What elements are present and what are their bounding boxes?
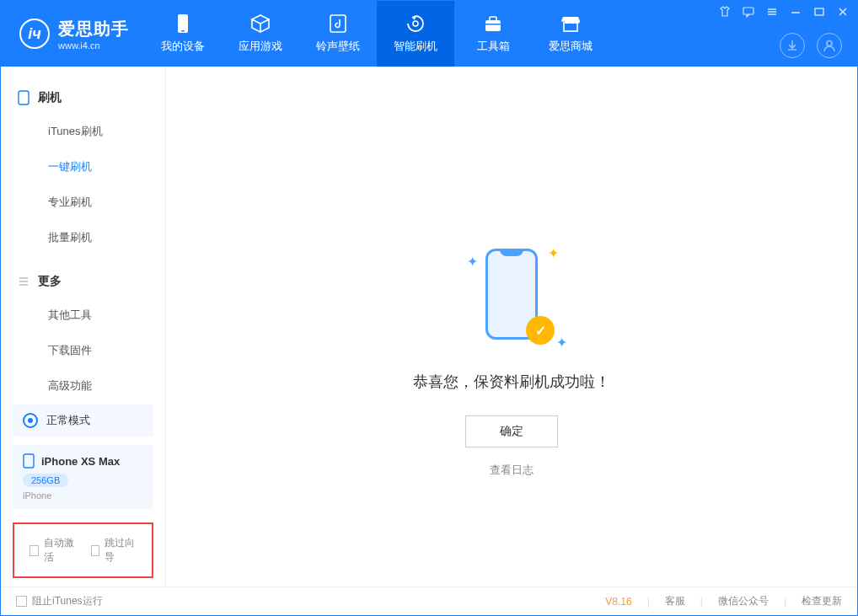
footer-link-wechat[interactable]: 微信公众号: [718, 594, 769, 608]
prevent-itunes-checkbox[interactable]: 阻止iTunes运行: [16, 594, 103, 608]
body: 刷机 iTunes刷机 一键刷机 专业刷机 批量刷机 更多 其他工具 下载固件 …: [1, 67, 857, 587]
sidebar-section-more: 更多: [1, 265, 165, 297]
list-icon: [18, 276, 29, 287]
app-name-block: 爱思助手 www.i4.cn: [58, 18, 129, 51]
mode-indicator-icon: [23, 413, 38, 428]
checkbox-label: 跳过向导: [105, 536, 137, 565]
device-type: iPhone: [23, 490, 143, 501]
app-name: 爱思助手: [58, 18, 129, 40]
nav-tab-toolbox[interactable]: 工具箱: [454, 1, 532, 67]
device-storage-badge: 256GB: [23, 474, 68, 487]
sidebar-section-title: 更多: [38, 274, 62, 289]
nav-tab-label: 应用游戏: [239, 39, 282, 54]
nav-tab-store[interactable]: 爱思商城: [532, 1, 609, 67]
sidebar-item-one-click-flash[interactable]: 一键刷机: [1, 149, 165, 185]
svg-rect-12: [24, 454, 34, 468]
close-icon[interactable]: [837, 6, 849, 18]
app-window: iч 爱思助手 www.i4.cn 我的设备 应用游戏 铃声壁纸 智能刷机: [0, 0, 858, 616]
profile-button[interactable]: [817, 33, 842, 58]
svg-point-8: [827, 41, 832, 46]
nav-tab-label: 我的设备: [161, 39, 205, 54]
download-button[interactable]: [780, 33, 805, 58]
svg-rect-10: [815, 8, 823, 15]
sparkle-icon: ✦: [548, 245, 553, 250]
sidebar-item-itunes-flash[interactable]: iTunes刷机: [1, 114, 165, 149]
sparkle-icon: ✦: [556, 335, 561, 340]
nav-tab-apps[interactable]: 应用游戏: [222, 1, 299, 67]
device-name: iPhone XS Max: [41, 455, 120, 468]
mode-label: 正常模式: [46, 413, 90, 428]
highlighted-checkbox-row: 自动激活 跳过向导: [13, 522, 153, 578]
view-log-link[interactable]: 查看日志: [490, 463, 534, 478]
cube-icon: [250, 13, 271, 34]
svg-rect-9: [743, 8, 753, 14]
app-logo-icon: iч: [19, 19, 50, 49]
toolbox-icon: [483, 13, 503, 34]
main-content: ✦ ✦ ✦ ✓ 恭喜您，保资料刷机成功啦！ 确定 查看日志: [166, 67, 857, 587]
footer-links: V8.16 | 客服 | 微信公众号 | 检查更新: [605, 594, 842, 608]
svg-rect-4: [485, 20, 501, 31]
nav-tab-my-device[interactable]: 我的设备: [144, 1, 222, 67]
device-name-row: iPhone XS Max: [23, 453, 143, 469]
nav-tab-label: 爱思商城: [549, 39, 593, 54]
phone-success-illustration: ✦ ✦ ✦ ✓: [465, 235, 558, 353]
titlebar: iч 爱思助手 www.i4.cn 我的设备 应用游戏 铃声壁纸 智能刷机: [1, 1, 857, 67]
svg-rect-7: [564, 23, 577, 31]
nav-tab-flash[interactable]: 智能刷机: [377, 1, 454, 67]
sidebar-item-other-tools[interactable]: 其他工具: [1, 297, 165, 333]
music-file-icon: [328, 13, 348, 34]
refresh-shield-icon: [405, 13, 426, 34]
phone-small-icon: [18, 90, 29, 105]
shirt-icon[interactable]: [719, 6, 731, 18]
feedback-icon[interactable]: [743, 6, 754, 18]
nav-tab-label: 铃声壁纸: [316, 39, 360, 54]
svg-point-3: [413, 21, 418, 26]
svg-rect-6: [485, 24, 501, 25]
svg-rect-5: [490, 17, 496, 21]
success-hero: ✦ ✦ ✦ ✓ 恭喜您，保资料刷机成功啦！ 确定 查看日志: [413, 235, 610, 478]
sparkle-icon: ✦: [467, 254, 472, 259]
confirm-button[interactable]: 确定: [465, 415, 558, 447]
footer-link-update[interactable]: 检查更新: [802, 594, 842, 608]
mode-card[interactable]: 正常模式: [13, 404, 153, 437]
nav-tab-label: 智能刷机: [394, 39, 437, 54]
phone-icon: [173, 13, 193, 34]
sidebar-item-pro-flash[interactable]: 专业刷机: [1, 185, 165, 220]
nav-tab-ringtone[interactable]: 铃声壁纸: [299, 1, 377, 67]
nav-tab-label: 工具箱: [477, 39, 510, 54]
svg-rect-0: [178, 14, 188, 33]
version-label: V8.16: [605, 596, 631, 608]
svg-rect-1: [181, 30, 185, 32]
auto-activate-checkbox[interactable]: 自动激活: [29, 536, 76, 565]
checkbox-label: 自动激活: [44, 536, 76, 565]
sidebar-item-download-firmware[interactable]: 下载固件: [1, 333, 165, 368]
footer: 阻止iTunes运行 V8.16 | 客服 | 微信公众号 | 检查更新: [1, 587, 857, 615]
device-card[interactable]: iPhone XS Max 256GB iPhone: [13, 445, 153, 509]
window-controls: [719, 6, 849, 18]
menu-icon[interactable]: [766, 6, 778, 18]
minimize-icon[interactable]: [790, 6, 802, 18]
footer-link-support[interactable]: 客服: [665, 594, 685, 608]
svg-rect-11: [19, 91, 29, 104]
sidebar-item-advanced[interactable]: 高级功能: [1, 368, 165, 404]
app-url: www.i4.cn: [58, 40, 129, 51]
logo-area: iч 爱思助手 www.i4.cn: [1, 1, 144, 67]
device-phone-icon: [23, 453, 35, 469]
checkmark-badge-icon: ✓: [526, 316, 555, 345]
sidebar: 刷机 iTunes刷机 一键刷机 专业刷机 批量刷机 更多 其他工具 下载固件 …: [1, 67, 166, 587]
skip-guide-checkbox[interactable]: 跳过向导: [91, 536, 137, 565]
store-icon: [560, 13, 581, 34]
titlebar-right-buttons: [780, 33, 842, 58]
sidebar-section-title: 刷机: [38, 90, 62, 105]
maximize-icon[interactable]: [813, 6, 825, 18]
checkbox-label: 阻止iTunes运行: [32, 594, 103, 608]
sidebar-item-batch-flash[interactable]: 批量刷机: [1, 220, 165, 255]
sidebar-section-flash: 刷机: [1, 82, 165, 114]
success-message: 恭喜您，保资料刷机成功啦！: [413, 372, 610, 392]
nav-tabs: 我的设备 应用游戏 铃声壁纸 智能刷机 工具箱 爱思商城: [144, 1, 609, 67]
svg-rect-2: [330, 15, 346, 32]
